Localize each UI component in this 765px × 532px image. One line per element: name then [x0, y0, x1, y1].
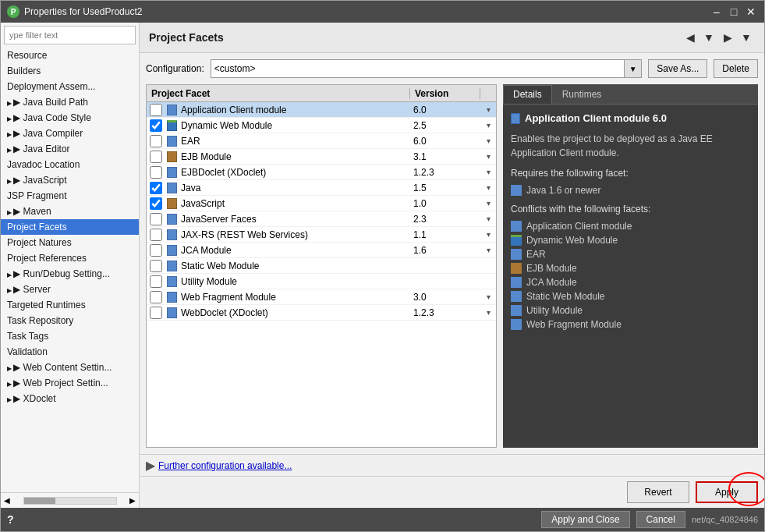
- facet-checkbox-12[interactable]: [150, 291, 162, 303]
- facet-row[interactable]: EJBDoclet (XDoclet)1.2.3▾: [147, 165, 496, 180]
- further-config-link[interactable]: Further configuration available...: [158, 460, 292, 471]
- facet-row[interactable]: EAR6.0▾: [147, 133, 496, 149]
- sidebar-item-xdoclet[interactable]: ▶ XDoclet: [1, 391, 139, 406]
- details-tab-runtimes[interactable]: Runtimes: [552, 85, 612, 104]
- conflicts-item: Static Web Module: [511, 289, 750, 303]
- sidebar-item-deployment-assem---[interactable]: Deployment Assem...: [1, 79, 139, 94]
- facet-row[interactable]: Dynamic Web Module2.5▾: [147, 118, 496, 133]
- facet-checkbox-6[interactable]: [150, 197, 162, 210]
- apply-button[interactable]: Apply: [696, 481, 758, 503]
- sidebar-item-validation[interactable]: Validation: [1, 344, 139, 360]
- filter-input[interactable]: [4, 26, 136, 44]
- facet-checkbox-11[interactable]: [150, 275, 162, 288]
- facet-dropdown-arrow[interactable]: ▾: [480, 168, 496, 176]
- facet-row[interactable]: JCA Module1.6▾: [147, 243, 496, 258]
- main-area: ResourceBuildersDeployment Assem...▶ Jav…: [1, 23, 764, 508]
- facet-dropdown-arrow[interactable]: ▾: [480, 105, 496, 114]
- facet-checkbox-2[interactable]: [150, 135, 162, 147]
- facet-dropdown-arrow[interactable]: ▾: [480, 183, 496, 192]
- facet-checkbox-9[interactable]: [150, 244, 162, 257]
- conflicts-icon: [511, 305, 522, 316]
- facet-name: Static Web Module: [181, 261, 410, 271]
- sidebar-item-web-project-settin---[interactable]: ▶ Web Project Settin...: [1, 375, 139, 391]
- sidebar-item-java-code-style[interactable]: ▶ Java Code Style: [1, 110, 139, 126]
- apply-and-close-button[interactable]: Apply and Close: [541, 511, 629, 528]
- facet-version: 1.2.3: [410, 167, 480, 178]
- facet-dropdown-arrow[interactable]: ▾: [480, 137, 496, 145]
- facet-checkbox-5[interactable]: [150, 182, 162, 194]
- sidebar-item-project-references[interactable]: Project References: [1, 250, 139, 266]
- sidebar-item-javascript[interactable]: ▶ JavaScript: [1, 172, 139, 188]
- sidebar-item-maven[interactable]: ▶ Maven: [1, 204, 139, 219]
- facet-row[interactable]: Static Web Module: [147, 258, 496, 274]
- sidebar-item-jsp-fragment[interactable]: JSP Fragment: [1, 188, 139, 204]
- facet-icon-8: [165, 229, 178, 241]
- delete-button[interactable]: Delete: [714, 59, 758, 78]
- facet-version: 2.3: [410, 214, 480, 225]
- facet-checkbox-7[interactable]: [150, 213, 162, 225]
- facet-dropdown-arrow[interactable]: ▾: [480, 121, 496, 129]
- sidebar-scrollbar[interactable]: [23, 497, 117, 505]
- facet-dropdown-arrow[interactable]: ▾: [480, 215, 496, 223]
- facet-row[interactable]: Web Fragment Module3.0▾: [147, 289, 496, 305]
- minimize-button[interactable]: –: [710, 5, 724, 19]
- sidebar-item-targeted-runtimes[interactable]: Targeted Runtimes: [1, 297, 139, 313]
- page-title: Project Facets: [149, 31, 224, 44]
- facet-checkbox-4[interactable]: [150, 166, 162, 179]
- sidebar-item-task-tags[interactable]: Task Tags: [1, 328, 139, 344]
- config-select[interactable]: [211, 59, 625, 78]
- sidebar-item-builders[interactable]: Builders: [1, 63, 139, 79]
- sidebar-item-resource[interactable]: Resource: [1, 48, 139, 63]
- facet-checkbox-8[interactable]: [150, 229, 162, 241]
- sidebar-item-java-editor[interactable]: ▶ Java Editor: [1, 141, 139, 157]
- sidebar-item-run-debug-setting---[interactable]: ▶ Run/Debug Setting...: [1, 266, 139, 282]
- facet-checkbox-0[interactable]: [150, 104, 162, 116]
- conflicts-item: Web Fragment Module: [511, 317, 750, 332]
- nav-back-button[interactable]: ◀: [682, 29, 699, 46]
- facet-dropdown-arrow[interactable]: ▾: [480, 199, 496, 207]
- facet-row[interactable]: WebDoclet (XDoclet)1.2.3▾: [147, 305, 496, 321]
- maximize-button[interactable]: □: [727, 5, 741, 19]
- sidebar-item-project-natures[interactable]: Project Natures: [1, 235, 139, 250]
- facet-checkbox-3[interactable]: [150, 151, 162, 163]
- sidebar-item-task-repository[interactable]: Task Repository: [1, 313, 139, 328]
- sidebar-item-web-content-settin---[interactable]: ▶ Web Content Settin...: [1, 360, 139, 375]
- close-button[interactable]: ✕: [744, 5, 758, 19]
- sidebar-item-java-build-path[interactable]: ▶ Java Build Path: [1, 94, 139, 110]
- facet-dropdown-arrow[interactable]: ▾: [480, 293, 496, 301]
- nav-menu-button[interactable]: ▼: [738, 29, 755, 46]
- facet-row[interactable]: EJB Module3.1▾: [147, 149, 496, 165]
- scroll-right-btn[interactable]: ▶: [129, 496, 136, 505]
- nav-down-button[interactable]: ▼: [700, 29, 717, 46]
- facet-checkbox-1[interactable]: [150, 119, 162, 132]
- sidebar-item-java-compiler[interactable]: ▶ Java Compiler: [1, 126, 139, 141]
- facet-row[interactable]: JavaServer Faces2.3▾: [147, 211, 496, 227]
- facet-name: EJB Module: [181, 151, 410, 162]
- facet-row[interactable]: Utility Module: [147, 274, 496, 289]
- facet-row[interactable]: JAX-RS (REST Web Services)1.1▾: [147, 227, 496, 243]
- facet-dropdown-arrow[interactable]: ▾: [480, 152, 496, 161]
- revert-button[interactable]: Revert: [627, 481, 689, 503]
- facet-dropdown-arrow[interactable]: ▾: [480, 230, 496, 239]
- sidebar-item-javadoc-location[interactable]: Javadoc Location: [1, 157, 139, 172]
- facet-row[interactable]: Application Client module6.0▾: [147, 102, 496, 118]
- facet-checkbox-13[interactable]: [150, 307, 162, 319]
- save-as-button[interactable]: Save As...: [648, 59, 707, 78]
- config-dropdown-button[interactable]: ▼: [625, 59, 642, 78]
- facet-checkbox-10[interactable]: [150, 260, 162, 272]
- facet-row[interactable]: Java1.5▾: [147, 180, 496, 196]
- facet-row[interactable]: JavaScript1.0▾: [147, 196, 496, 211]
- conflicts-icon: [511, 235, 522, 246]
- help-icon[interactable]: ?: [7, 513, 14, 526]
- facet-dropdown-arrow[interactable]: ▾: [480, 246, 496, 254]
- facet-name: Java: [181, 183, 410, 193]
- conflicts-icon: [511, 319, 522, 330]
- cancel-button[interactable]: Cancel: [636, 511, 685, 528]
- sidebar-item-server[interactable]: ▶ Server: [1, 282, 139, 297]
- sidebar-item-project-facets[interactable]: Project Facets: [1, 219, 139, 235]
- facet-dropdown-arrow[interactable]: ▾: [480, 308, 496, 317]
- nav-forward-button[interactable]: ▶: [719, 29, 736, 46]
- requires-list: Java 1.6 or newer: [511, 183, 750, 197]
- scroll-left-btn[interactable]: ◀: [4, 496, 10, 505]
- details-tab-details[interactable]: Details: [503, 85, 552, 104]
